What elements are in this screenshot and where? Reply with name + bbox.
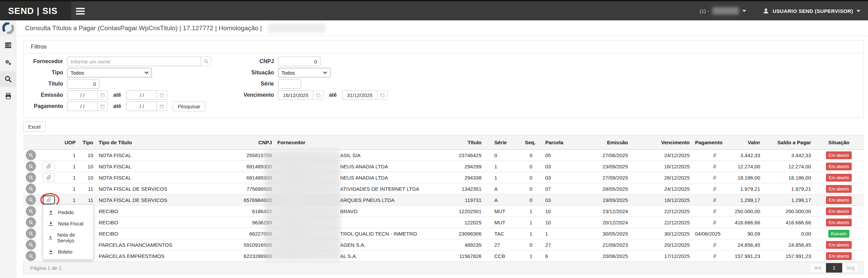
cell-serie: 27 <box>492 239 522 251</box>
cell-tipo: 11 <box>78 194 96 206</box>
column-header: Série <box>492 135 522 150</box>
cell-vencimento: 18/12/2025 <box>631 194 692 206</box>
table-row: 1 10 NOTA FISCAL 691489300 NEUS ANADIA L… <box>23 172 864 183</box>
cell-titulo: 1342351 <box>451 183 492 194</box>
attachments-button[interactable] <box>43 162 55 171</box>
column-header: Saldo a Pagar <box>763 135 814 150</box>
calendar-icon[interactable] <box>313 90 323 100</box>
excel-export-button[interactable]: Excel <box>23 122 46 132</box>
cell-parcela: 05 <box>542 150 567 161</box>
cell-seq: 0 <box>522 239 542 251</box>
pesquisar-button[interactable]: Pesquisar <box>173 101 205 111</box>
cell-valor: 24.856,45 <box>730 239 763 251</box>
cell-saldo: 1.979,21 <box>763 183 814 194</box>
row-detail-button[interactable] <box>26 206 36 216</box>
user-menu[interactable]: USUARIO SEND (SUPERVISOR) <box>763 7 861 14</box>
fornecedor-search-button[interactable] <box>201 57 211 66</box>
cnpj-input[interactable] <box>278 57 320 66</box>
row-detail-button[interactable] <box>26 240 36 250</box>
hamburger-menu-icon[interactable] <box>76 6 85 15</box>
pagamento-from-input[interactable] <box>67 101 98 111</box>
column-header: Título <box>451 135 492 150</box>
cell-uop: 1 <box>60 161 78 172</box>
status-badge: Em aberto <box>826 241 852 249</box>
column-header: Situação <box>814 135 864 150</box>
vencimento-to-input[interactable] <box>342 90 377 100</box>
row-detail-button[interactable] <box>26 228 36 239</box>
cell-tipo-titulo: RECIBO <box>96 206 235 217</box>
cell-pagamento: // <box>692 150 730 161</box>
calendar-icon[interactable] <box>98 101 108 111</box>
calendar-icon[interactable] <box>98 90 108 100</box>
vencimento-from-input[interactable] <box>278 90 313 100</box>
cell-uop: 1 <box>60 150 78 161</box>
attachments-button[interactable] <box>43 173 55 182</box>
emissao-from-input[interactable] <box>67 90 98 100</box>
cell-saldo: 0,00 <box>763 228 814 239</box>
cell-tipo-titulo: PARCELAS EMPRESTIMOS <box>96 251 235 262</box>
sidebar-item-settings[interactable] <box>0 54 16 70</box>
cell-saldo: 416.666,66 <box>763 217 814 228</box>
sidebar-item-search[interactable] <box>0 71 16 87</box>
cell-titulo: 12202501 <box>451 206 492 217</box>
menu-item[interactable]: Boleto <box>43 246 93 257</box>
menu-item[interactable]: Nota Fiscal <box>43 218 93 229</box>
row-detail-button[interactable] <box>26 150 36 160</box>
next-page-button[interactable]: Seg <box>842 263 859 273</box>
cell-valor: 18.186,00 <box>730 172 763 183</box>
calendar-icon[interactable] <box>157 101 167 111</box>
tipo-label: Tipo <box>23 70 63 76</box>
row-detail-button[interactable] <box>26 161 36 171</box>
page-1-button[interactable]: 1 <box>826 263 842 273</box>
cell-titulo: 119731 <box>451 194 492 206</box>
filters-title: Filtros <box>23 40 864 53</box>
download-icon <box>48 210 54 215</box>
cell-situacao: Em aberto <box>814 239 864 251</box>
search-icon <box>28 175 34 180</box>
cell-pagamento: // <box>692 183 730 194</box>
row-detail-button[interactable] <box>26 217 36 227</box>
prev-page-button[interactable]: Ant <box>810 263 826 273</box>
row-detail-button[interactable] <box>26 251 36 261</box>
titulo-input[interactable] <box>67 79 99 89</box>
company-prefix: (1) - <box>699 8 709 14</box>
app-logo <box>0 20 16 36</box>
cell-seq: 0 <box>522 183 542 194</box>
cell-serie: CCB <box>492 251 522 262</box>
emissao-to-input[interactable] <box>126 90 157 100</box>
cell-vencimento: 17/12/2025 <box>631 251 692 262</box>
titles-table-body: 1 10 NOTA FISCAL 255815709 ASIL S/A 2374… <box>23 150 864 262</box>
column-header: Fornecedor <box>275 135 451 150</box>
serie-input[interactable] <box>278 79 301 89</box>
sidebar-item-records[interactable] <box>0 37 16 53</box>
attachments-button[interactable] <box>43 196 55 204</box>
company-selector[interactable]: (1) - <box>699 7 746 15</box>
cell-seq: 1 <box>522 228 542 239</box>
sidebar-item-print[interactable] <box>0 88 16 104</box>
tipo-select[interactable]: Todos <box>67 68 152 77</box>
column-header: Vencimento <box>631 135 692 150</box>
cell-parcela: 10 <box>542 206 567 217</box>
menu-item[interactable]: Nota de Serviço <box>43 229 93 246</box>
status-badge: Baixado <box>828 230 850 238</box>
fornecedor-label: Fornecedor <box>23 58 63 64</box>
page-title: Consulta Títulos a Pagar (ContasPagar.Wp… <box>25 24 262 32</box>
cell-serie: 1 <box>492 161 522 172</box>
pagamento-to-input[interactable] <box>126 101 157 111</box>
cell-pagamento: // <box>692 217 730 228</box>
table-row: 1 14 RECIBO 66227000 TROL QUALID TECN - … <box>23 228 864 239</box>
search-icon <box>28 209 34 214</box>
cell-situacao: Em aberto <box>814 161 864 172</box>
cell-titulo: 122025 <box>451 217 492 228</box>
row-detail-button[interactable] <box>26 172 36 183</box>
calendar-icon[interactable] <box>377 90 388 100</box>
row-detail-button[interactable] <box>26 184 36 194</box>
fornecedor-input[interactable] <box>67 57 201 66</box>
row-detail-button[interactable] <box>26 195 36 205</box>
situacao-select[interactable]: Todos <box>278 68 331 77</box>
cell-situacao: Em aberto <box>814 194 864 206</box>
cell-saldo: 1.299,17 <box>763 194 814 206</box>
calendar-icon[interactable] <box>157 90 167 100</box>
column-header: Valor <box>730 135 763 150</box>
menu-item[interactable]: Pedido <box>43 207 93 218</box>
